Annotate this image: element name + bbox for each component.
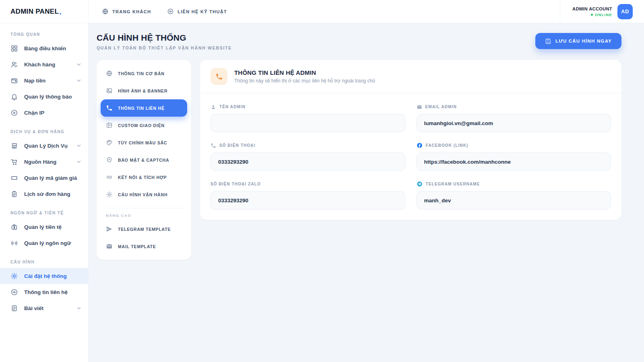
sidebar-section-label-overview: TỔNG QUAN xyxy=(0,23,88,40)
sidebar-item-customers[interactable]: Khách hàng xyxy=(0,56,88,72)
phone-icon xyxy=(106,105,113,111)
account-status: ONLINE xyxy=(572,12,612,17)
settings-tab-label: CUSTOM GIAO DIỆN xyxy=(118,123,165,128)
support-waves-icon xyxy=(167,8,174,15)
sidebar: ADMIN PANEL . TỔNG QUAN Bảng điều khiển … xyxy=(0,0,89,362)
save-config-button[interactable]: LƯU CẤU HÌNH NGAY xyxy=(535,33,621,49)
sidebar-item-language[interactable]: Quản lý ngôn ngữ xyxy=(0,235,88,251)
sidebar-item-label: Chặn IP xyxy=(24,110,44,116)
topbar-link-label: TRANG KHÁCH xyxy=(112,9,151,14)
avatar[interactable]: AD xyxy=(617,4,633,19)
account-name: ADMIN ACCOUNT xyxy=(572,6,612,11)
panel-header-text: THÔNG TIN LIÊN HỆ ADMIN Thông tin này sẽ… xyxy=(234,69,375,84)
telegram-username-input[interactable] xyxy=(417,191,611,210)
settings-tab-images-banner[interactable]: HÌNH ẢNH & BANNER xyxy=(101,82,187,99)
settings-tab-security-captcha[interactable]: BẢO MẬT & CAPTCHA xyxy=(101,151,187,169)
settings-tab-integrations[interactable]: KẾT NỐI & TÍCH HỢP xyxy=(101,169,187,186)
sidebar-section-label-config: CẤU HÌNH xyxy=(0,251,88,268)
save-config-label: LƯU CẤU HÌNH NGAY xyxy=(555,39,612,43)
settings-content: THÔNG TIN CƠ BẢN HÌNH ẢNH & BANNER THÔNG… xyxy=(97,60,621,260)
settings-tab-operations[interactable]: CẤU HÌNH VẬN HÀNH xyxy=(101,186,187,203)
document-icon xyxy=(10,304,18,312)
shield-icon xyxy=(106,156,113,163)
settings-tab-label: THÔNG TIN CƠ BẢN xyxy=(118,71,165,76)
facebook-link-input[interactable] xyxy=(417,152,611,171)
account-status-label: ONLINE xyxy=(595,12,612,17)
settings-tab-mail-template[interactable]: MAIL TEMPLATE xyxy=(101,238,187,255)
settings-tab-custom-ui[interactable]: CUSTOM GIAO DIỆN xyxy=(101,117,187,134)
brand-logo[interactable]: ADMIN PANEL . xyxy=(0,0,88,23)
field-label: SỐ ĐIỆN THOẠI xyxy=(211,142,405,148)
panel-header: THÔNG TIN LIÊN HỆ ADMIN Thông tin này sẽ… xyxy=(200,60,621,93)
chevron-down-icon xyxy=(76,159,82,165)
sidebar-item-label: Quản lý thông báo xyxy=(24,94,72,100)
phone-input[interactable] xyxy=(211,152,405,171)
admin-email-input[interactable] xyxy=(417,114,611,132)
sidebar-item-label: Bảng điều khiển xyxy=(24,45,66,51)
contact-form: TÊN ADMIN EMAIL ADMIN xyxy=(200,93,621,220)
sidebar-item-system-settings[interactable]: Cài đặt hệ thống xyxy=(0,268,88,284)
sidebar-item-label: Nạp tiền xyxy=(24,78,45,84)
page-header-text: CẤU HÌNH HỆ THỐNG QUẢN LÝ TOÀN BỘ THIẾT … xyxy=(97,33,232,50)
sidebar-item-label: Quản lý mã giảm giá xyxy=(24,175,77,181)
field-zalo-phone: SỐ ĐIỆN THOẠI ZALO xyxy=(211,181,405,210)
panel-subtitle: Thông tin này sẽ hiển thị ở các mục liên… xyxy=(234,78,375,84)
online-dot-icon xyxy=(591,14,593,16)
field-label: TELEGRAM USERNAME xyxy=(417,181,611,187)
field-label-text: TÊN ADMIN xyxy=(219,105,246,109)
wallet-icon xyxy=(10,77,18,84)
topbar-link-guest-site[interactable]: TRANG KHÁCH xyxy=(102,8,151,15)
sidebar-item-articles[interactable]: Bài viết xyxy=(0,300,88,316)
cart-icon xyxy=(10,158,18,166)
sidebar-item-notifications[interactable]: Quản lý thông báo xyxy=(0,88,88,105)
settings-tab-contact-info[interactable]: THÔNG TIN LIÊN HỆ xyxy=(101,99,187,117)
main-area: TRANG KHÁCH LIÊN HỆ KỸ THUẬT ADMIN ACCOU… xyxy=(89,0,644,362)
page-header: CẤU HÌNH HỆ THỐNG QUẢN LÝ TOÀN BỘ THIẾT … xyxy=(97,33,621,50)
users-icon xyxy=(10,61,18,68)
sidebar-item-currency[interactable]: Quản lý tiền tệ xyxy=(0,219,88,235)
sidebar-item-label: Quản Lý Dịch Vụ xyxy=(24,143,68,149)
sidebar-item-block-ip[interactable]: Chặn IP xyxy=(0,105,88,121)
phone-icon xyxy=(211,143,216,148)
sidebar-item-suppliers[interactable]: Nguồn Hàng xyxy=(0,154,88,170)
ticket-icon xyxy=(10,174,18,182)
sidebar-item-label: Quản lý tiền tệ xyxy=(24,224,62,230)
sidebar-item-label: Bài viết xyxy=(24,305,43,311)
chevron-down-icon xyxy=(76,62,82,67)
settings-tab-colors[interactable]: TÙY CHỈNH MÀU SẮC xyxy=(101,134,187,151)
zalo-phone-input[interactable] xyxy=(211,191,405,210)
settings-tab-label: TÙY CHỈNH MÀU SẮC xyxy=(118,140,167,145)
sidebar-item-label: Khách hàng xyxy=(24,62,55,68)
settings-tab-basic-info[interactable]: THÔNG TIN CƠ BẢN xyxy=(101,65,187,82)
paper-plane-icon xyxy=(106,226,113,232)
currency-bag-icon xyxy=(10,223,18,231)
sidebar-section-label-language-currency: NGÔN NGỮ & TIỀN TỆ xyxy=(0,202,88,219)
globe-icon xyxy=(102,8,109,15)
admin-name-input[interactable] xyxy=(211,114,405,132)
sidebar-item-order-history[interactable]: Lịch sử đơn hàng xyxy=(0,186,88,202)
palette-icon xyxy=(106,139,113,146)
topbar-link-tech-support[interactable]: LIÊN HỆ KỸ THUẬT xyxy=(167,8,227,15)
grid-icon xyxy=(10,45,18,52)
account-block: ADMIN ACCOUNT ONLINE AD xyxy=(560,0,644,23)
sidebar-item-service-management[interactable]: Quản Lý Dịch Vụ xyxy=(0,138,88,154)
image-icon xyxy=(106,87,113,94)
gear-icon xyxy=(106,191,113,198)
admin-app: ADMIN PANEL . TỔNG QUAN Bảng điều khiển … xyxy=(0,0,644,362)
page-body: CẤU HÌNH HỆ THỐNG QUẢN LÝ TOÀN BỘ THIẾT … xyxy=(89,23,644,269)
settings-tab-label: KẾT NỐI & TÍCH HỢP xyxy=(118,175,167,180)
sidebar-item-contact-info[interactable]: Thông tin liên hệ xyxy=(0,284,88,300)
sidebar-section-label-services: DỊCH VỤ & ĐƠN HÀNG xyxy=(0,121,88,138)
store-icon xyxy=(10,142,18,150)
topbar-link-label: LIÊN HỆ KỸ THUẬT xyxy=(178,9,227,14)
mail-icon xyxy=(417,104,422,110)
settings-tab-label: CẤU HÌNH VẬN HÀNH xyxy=(118,192,167,197)
settings-tab-telegram-template[interactable]: TELEGRAM TEMPLATE xyxy=(101,220,187,238)
bell-icon xyxy=(10,93,18,101)
settings-tab-label: MAIL TEMPLATE xyxy=(118,244,156,249)
account-meta: ADMIN ACCOUNT ONLINE xyxy=(572,6,612,17)
sidebar-item-dashboard[interactable]: Bảng điều khiển xyxy=(0,40,88,56)
sidebar-item-discount-codes[interactable]: Quản lý mã giảm giá xyxy=(0,170,88,186)
settings-tab-label: TELEGRAM TEMPLATE xyxy=(118,227,171,232)
sidebar-item-topup[interactable]: Nạp tiền xyxy=(0,72,88,88)
